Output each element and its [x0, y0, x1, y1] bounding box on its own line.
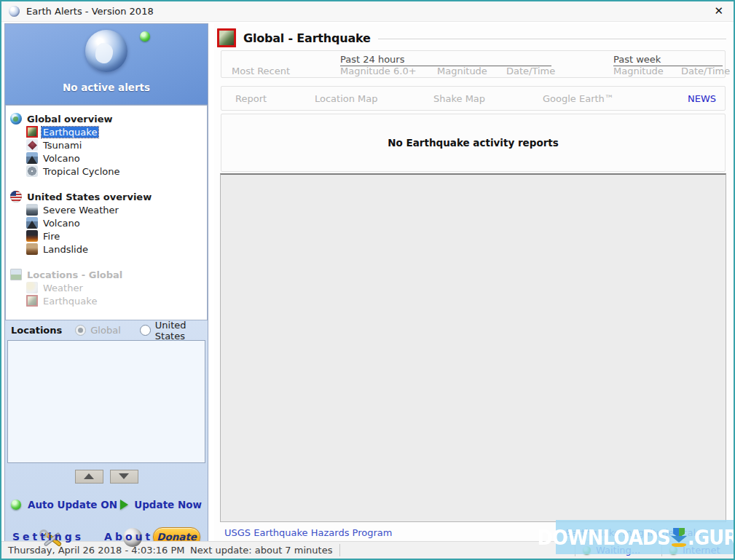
tree-section-locations-global: Locations - Global	[10, 268, 203, 281]
earthquake-icon	[26, 126, 38, 138]
col-datetime-24h: Date/Time	[506, 66, 555, 76]
severe-weather-icon	[26, 204, 38, 216]
title-bar: Earth Alerts - Version 2018 ✕	[1, 1, 734, 22]
past-week-group-label: Past week	[613, 54, 723, 66]
move-up-button[interactable]	[75, 470, 103, 484]
fire-icon	[26, 230, 38, 242]
tree-item-severe-weather[interactable]: Severe Weather	[10, 203, 203, 216]
map-placeholder	[220, 173, 726, 522]
volcano-icon	[26, 217, 38, 229]
alert-banner: No active alerts	[5, 24, 208, 105]
window-title: Earth Alerts - Version 2018	[26, 6, 154, 17]
alert-globe-icon	[85, 30, 127, 72]
app-globe-icon	[9, 6, 20, 17]
radio-united-states-icon	[140, 325, 151, 336]
tree-item-weather-disabled: Weather	[10, 281, 203, 294]
play-icon	[120, 500, 128, 510]
summary-header: Past 24 hours Past week Most Recent Magn…	[221, 50, 726, 78]
main-panel: Global - Earthquake Past 24 hours Past w…	[214, 23, 734, 543]
status-separator	[339, 544, 340, 556]
locations-global-icon	[10, 269, 22, 280]
list-reorder-controls	[5, 465, 208, 487]
auto-update-status-icon	[11, 500, 21, 510]
status-next-update: Next update: about 7 minutes	[190, 545, 332, 556]
landslide-icon	[26, 243, 38, 255]
col-magnitude-24h: Magnitude	[437, 66, 487, 76]
radio-global-icon	[75, 325, 86, 336]
col-datetime-week: Date/Time	[681, 66, 730, 76]
tree-section-us-overview[interactable]: United States overview	[10, 190, 203, 203]
close-icon[interactable]: ✕	[711, 4, 726, 18]
tropical-cyclone-icon	[26, 165, 38, 177]
col-location-map: Location Map	[315, 93, 378, 104]
tree-item-landslide[interactable]: Landslide	[10, 242, 203, 256]
radio-united-states[interactable]: United States	[140, 320, 186, 342]
sidebar: No active alerts Global overview Earthqu…	[4, 23, 208, 542]
earthquake-icon	[26, 295, 38, 307]
download-arrow-icon	[671, 528, 687, 547]
news-link[interactable]: NEWS	[688, 93, 716, 104]
tree-section-global-overview[interactable]: Global overview	[10, 112, 203, 125]
nav-tree: Global overview Earthquake Tsunami Volca…	[5, 105, 208, 320]
app-window: Earth Alerts - Version 2018 ✕ No active …	[0, 0, 735, 560]
update-now-button[interactable]: Update Now	[120, 499, 202, 510]
locations-label: Locations	[11, 325, 62, 336]
no-activity-message: No Earthquake activity reports	[388, 137, 559, 149]
move-down-button[interactable]	[110, 470, 138, 484]
arrow-down-icon	[119, 473, 129, 479]
tree-item-volcano-us[interactable]: Volcano	[10, 216, 203, 229]
tree-item-tsunami[interactable]: Tsunami	[10, 138, 203, 151]
auto-update-toggle[interactable]: Auto Update ON	[11, 499, 117, 510]
update-controls: Auto Update ON Update Now	[5, 499, 208, 510]
usgs-link[interactable]: USGS Earthquake Hazards Program	[224, 527, 392, 540]
weather-icon	[26, 282, 38, 293]
radio-global: Global	[75, 325, 120, 336]
alert-status-dot-icon	[140, 31, 150, 42]
globe-icon	[10, 113, 22, 125]
page-title: Global - Earthquake	[243, 31, 371, 45]
volcano-icon	[26, 152, 38, 164]
earthquake-icon	[217, 28, 236, 47]
settings-button[interactable]: Settings	[12, 531, 84, 543]
tree-item-earthquake-global[interactable]: Earthquake	[10, 125, 203, 138]
activity-message-box: No Earthquake activity reports	[221, 114, 726, 172]
tree-item-fire[interactable]: Fire	[10, 229, 203, 242]
tsunami-icon	[26, 139, 38, 151]
report-header: Report Location Map Shake Map Google Ear…	[221, 86, 726, 111]
col-magnitude-6plus: Magnitude 6.0+	[340, 66, 417, 76]
past-24-hours-group-label: Past 24 hours	[340, 54, 551, 66]
col-most-recent: Most Recent	[232, 66, 290, 76]
col-google-earth: Google Earth™	[543, 93, 614, 104]
col-shake-map: Shake Map	[433, 93, 485, 104]
alert-status-text: No active alerts	[5, 82, 208, 93]
us-flag-icon	[10, 191, 22, 202]
locations-bar: Locations Global United States	[5, 320, 208, 340]
status-datetime: Thursday, April 26 2018 - 4:03:16 PM	[1, 545, 190, 556]
about-button[interactable]: About	[104, 531, 153, 543]
tree-item-volcano-global[interactable]: Volcano	[10, 151, 203, 165]
tree-item-earthquake-disabled: Earthquake	[10, 294, 203, 307]
header-divider	[378, 39, 726, 39]
main-header: Global - Earthquake	[217, 27, 726, 49]
downloads-guru-watermark: DOWNLOADS .GURU	[556, 520, 734, 554]
col-report: Report	[235, 93, 267, 104]
arrow-up-icon	[84, 473, 94, 479]
col-magnitude-week: Magnitude	[613, 66, 664, 76]
tree-item-tropical-cyclone[interactable]: Tropical Cyclone	[10, 165, 203, 178]
locations-listbox[interactable]	[7, 340, 205, 463]
